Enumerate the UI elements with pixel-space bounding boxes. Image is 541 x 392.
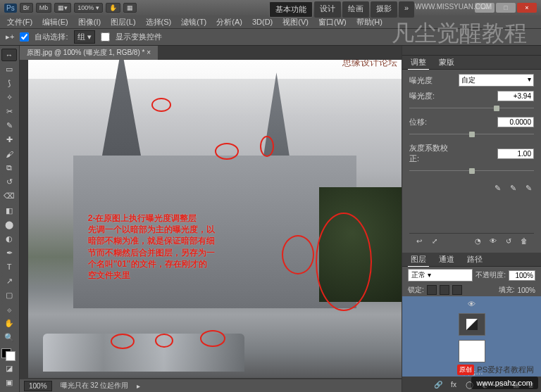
menu-filter[interactable]: 滤镜(T): [177, 15, 211, 29]
showtransform-label: 显示变换控件: [116, 32, 162, 42]
eraser-tool[interactable]: ⌫: [1, 190, 17, 203]
eyedropper-white-icon[interactable]: ✎: [523, 182, 534, 194]
workspace-more[interactable]: »: [399, 1, 414, 18]
heal-tool[interactable]: ✚: [1, 134, 17, 146]
preset-select[interactable]: 自定▾: [459, 74, 534, 87]
watermark-psahz-url: www.psahz.com: [471, 377, 538, 389]
menu-analysis[interactable]: 分析(A): [212, 15, 247, 29]
layer-visibility-icon[interactable]: 👁: [467, 299, 477, 309]
status-zoom[interactable]: 100%: [24, 381, 52, 391]
offset-slider[interactable]: [409, 132, 534, 137]
menu-select[interactable]: 选择(S): [142, 15, 176, 29]
canvas[interactable]: 2-在原图上执行曝光度调整层 先调一个以暗部为主的曝光度，以 暗部不糊为准，就是…: [28, 60, 402, 378]
reset-icon[interactable]: ↺: [503, 236, 514, 246]
move-tool[interactable]: ↔: [1, 49, 17, 61]
blur-tool[interactable]: ⬤: [1, 218, 17, 231]
lock-position-icon[interactable]: [440, 285, 449, 295]
gamma-slider[interactable]: [409, 168, 534, 174]
screenmode-tool[interactable]: ▣: [1, 377, 17, 389]
menu-image[interactable]: 图像(I): [74, 15, 105, 29]
workspace-paint[interactable]: 绘画: [342, 1, 369, 18]
annotation-circle: [215, 143, 239, 160]
3d-tool[interactable]: ⟐: [1, 303, 17, 316]
color-swatch[interactable]: [1, 348, 15, 361]
opacity-label: 不透明度:: [475, 270, 506, 280]
dodge-tool[interactable]: ◐: [1, 232, 17, 245]
blend-mode-select[interactable]: 正常 ▾: [408, 269, 473, 282]
annotation-circle: [316, 213, 372, 311]
menu-3d[interactable]: 3D(D): [248, 16, 277, 27]
fx-icon[interactable]: fx: [448, 379, 459, 389]
shape-tool[interactable]: ▢: [1, 289, 17, 302]
zoom-tool[interactable]: 🔍: [1, 331, 17, 344]
eyedropper-black-icon[interactable]: ✎: [492, 182, 503, 194]
workspace-basic[interactable]: 基本功能: [269, 1, 313, 18]
stamp-tool[interactable]: ⧉: [1, 162, 17, 175]
layer-mask-thumb[interactable]: [459, 340, 485, 362]
br-button[interactable]: Br: [20, 3, 33, 13]
menu-layer[interactable]: 图层(L): [106, 15, 139, 29]
maximize-button[interactable]: □: [496, 3, 516, 13]
extras-button[interactable]: ▦: [123, 3, 137, 13]
eye-icon[interactable]: 👁: [487, 236, 499, 246]
status-arrow[interactable]: ▸: [137, 382, 140, 390]
tab-masks[interactable]: 蒙版: [436, 56, 457, 69]
document-tab[interactable]: 原图.jpg @ 100% (曝光度 1, RGB/8) * ×: [20, 46, 158, 60]
brush-tool[interactable]: 🖌: [1, 148, 17, 160]
workspace-photo[interactable]: 摄影: [371, 1, 397, 18]
lock-label: 锁定:: [408, 285, 424, 295]
tab-channels[interactable]: 通道: [436, 253, 457, 266]
menu-file[interactable]: 文件(F): [3, 15, 37, 29]
workspace-design[interactable]: 设计: [314, 1, 341, 18]
link-icon[interactable]: 🔗: [433, 379, 444, 389]
hand-button[interactable]: ✋: [106, 3, 120, 13]
eyedropper-tool[interactable]: ✎: [1, 119, 17, 132]
wand-tool[interactable]: ✧: [1, 91, 17, 103]
showtransform-checkbox[interactable]: [101, 32, 110, 42]
gamma-value[interactable]: 1.00: [497, 148, 534, 159]
mb-button[interactable]: Mb: [36, 3, 52, 13]
path-tool[interactable]: ↗: [1, 275, 17, 288]
history-brush-tool[interactable]: ↺: [1, 176, 17, 189]
exposure-label: 曝光度:: [409, 91, 454, 101]
tab-paths[interactable]: 路径: [464, 253, 485, 266]
autoselect-checkbox[interactable]: [20, 32, 29, 42]
quickmask-tool[interactable]: ◪: [1, 362, 17, 375]
pen-tool[interactable]: ✒: [1, 246, 17, 259]
autoselect-select[interactable]: 组 ▾: [74, 30, 95, 44]
annotation-circle: [111, 334, 135, 349]
crop-tool[interactable]: ✂: [1, 105, 17, 118]
app-icon: Ps: [4, 4, 17, 13]
lasso-tool[interactable]: ⟆: [1, 77, 17, 89]
gamma-label: 灰度系数校正:: [409, 143, 454, 164]
opacity-value[interactable]: 100%: [509, 270, 535, 281]
view-mode-button[interactable]: ▦▾: [54, 3, 71, 13]
expand-icon[interactable]: ⤢: [429, 236, 440, 246]
offset-value[interactable]: 0.0000: [497, 117, 534, 127]
exposure-title: 曝光度: [409, 75, 454, 86]
autoselect-label: 自动选择:: [35, 32, 68, 42]
move-tool-icon: ▸+: [6, 32, 14, 42]
hand-tool[interactable]: ✋: [1, 317, 17, 330]
gradient-tool[interactable]: ◧: [1, 204, 17, 217]
type-tool[interactable]: T: [1, 260, 17, 273]
trash-icon[interactable]: 🗑: [518, 236, 530, 246]
clip-icon[interactable]: ◔: [472, 236, 483, 246]
annotation-circle: [151, 98, 171, 112]
fill-label: 填充:: [499, 285, 515, 295]
lock-all-icon[interactable]: [452, 285, 462, 295]
eyedropper-gray-icon[interactable]: ✎: [507, 182, 518, 194]
exposure-value[interactable]: +3.94: [497, 91, 534, 101]
zoom-indicator[interactable]: 100% ▾: [74, 3, 103, 13]
marquee-tool[interactable]: ▭: [1, 63, 17, 75]
return-icon[interactable]: ↩: [413, 236, 425, 246]
menu-edit[interactable]: 编辑(E): [38, 15, 73, 29]
fill-value[interactable]: 100%: [517, 286, 535, 294]
exposure-slider[interactable]: [409, 106, 534, 111]
tab-adjustments[interactable]: 调整: [408, 56, 429, 70]
tab-layers[interactable]: 图层: [408, 253, 429, 267]
lock-pixels-icon[interactable]: [427, 285, 437, 295]
close-button[interactable]: ×: [517, 3, 537, 13]
background-color[interactable]: [6, 351, 15, 361]
photo-content: 2-在原图上执行曝光度调整层 先调一个以暗部为主的曝光度，以 暗部不糊为准，就是…: [28, 60, 402, 378]
